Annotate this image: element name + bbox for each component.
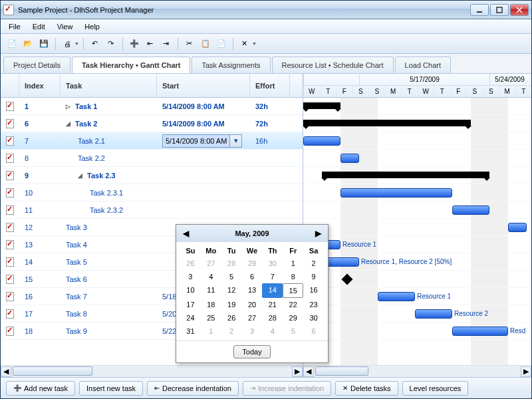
print-dropdown-icon[interactable]: ▼ bbox=[74, 41, 79, 46]
task-bar[interactable]: Resource 1 bbox=[378, 292, 415, 301]
cal-day[interactable]: 1 bbox=[201, 325, 221, 338]
task-row[interactable]: 8 Task 2.2 bbox=[1, 150, 303, 167]
print-icon[interactable]: 🖨 bbox=[60, 37, 74, 51]
gantt-scroll-thumb[interactable] bbox=[315, 366, 368, 376]
cal-day[interactable]: 31 bbox=[180, 325, 201, 338]
cal-day[interactable]: 18 bbox=[201, 298, 221, 311]
delete-icon[interactable]: ✕ bbox=[237, 37, 252, 51]
cal-day[interactable]: 28 bbox=[221, 257, 242, 270]
task-bar[interactable] bbox=[508, 223, 527, 232]
summary-bar[interactable] bbox=[303, 120, 471, 126]
add-new-task-button[interactable]: ➕Add new task bbox=[6, 381, 75, 396]
level-resources-button[interactable]: Level resources bbox=[402, 381, 469, 396]
task-bar[interactable] bbox=[340, 154, 359, 163]
cal-day[interactable]: 3 bbox=[180, 270, 201, 283]
cal-day[interactable]: 29 bbox=[242, 257, 263, 270]
new-icon[interactable]: 📄 bbox=[5, 37, 19, 51]
cal-day[interactable]: 28 bbox=[262, 311, 283, 325]
cal-day[interactable]: 27 bbox=[242, 311, 263, 325]
cal-day[interactable]: 11 bbox=[201, 283, 221, 298]
cal-day[interactable]: 15 bbox=[283, 283, 303, 298]
task-row[interactable]: 11 Task 2.3.2 bbox=[1, 201, 303, 219]
redo-icon[interactable]: ↷ bbox=[104, 37, 118, 51]
col-start[interactable]: Start bbox=[157, 74, 250, 97]
paste-icon[interactable]: 📄 bbox=[214, 37, 229, 51]
cal-day[interactable]: 5 bbox=[283, 325, 303, 338]
delete-tasks-button[interactable]: ✕Delete tasks bbox=[335, 381, 398, 396]
task-bar[interactable]: Resource 2 bbox=[415, 309, 452, 319]
add-task-icon[interactable]: ➕ bbox=[127, 37, 142, 51]
gantt-scroll-right-icon[interactable]: ▶ bbox=[521, 366, 531, 377]
task-row[interactable]: 9 ◢Task 2.3 bbox=[1, 167, 303, 184]
cal-day[interactable]: 4 bbox=[201, 270, 221, 283]
tab-resource-list[interactable]: Resource List • Schedule Chart bbox=[272, 57, 394, 73]
delete-dropdown-icon[interactable]: ▼ bbox=[252, 41, 257, 46]
cal-day[interactable]: 25 bbox=[201, 311, 221, 325]
cal-day[interactable]: 16 bbox=[303, 283, 324, 298]
cal-day[interactable]: 10 bbox=[180, 283, 201, 298]
col-task[interactable]: Task bbox=[61, 74, 157, 97]
cal-day[interactable]: 24 bbox=[180, 311, 201, 325]
cal-day[interactable]: 13 bbox=[242, 283, 263, 298]
cal-day[interactable]: 22 bbox=[283, 298, 303, 311]
col-index[interactable]: Index bbox=[19, 74, 61, 97]
scroll-left-icon[interactable]: ◀ bbox=[1, 366, 11, 377]
date-input[interactable]: 5/14/2009 8:00 AM▾ bbox=[162, 134, 242, 148]
cal-prev-icon[interactable]: ◀ bbox=[183, 229, 189, 238]
minimize-button[interactable] bbox=[470, 4, 489, 16]
cal-day[interactable]: 29 bbox=[283, 311, 303, 325]
cal-day[interactable]: 21 bbox=[262, 298, 283, 311]
cal-day[interactable]: 6 bbox=[303, 325, 324, 338]
cal-day[interactable]: 30 bbox=[262, 257, 283, 270]
cal-day[interactable]: 1 bbox=[283, 257, 303, 270]
cal-day[interactable]: 19 bbox=[221, 298, 242, 311]
task-row[interactable]: 6 ◢Task 2 5/14/2009 8:00 AM 72h bbox=[1, 115, 303, 132]
cal-day[interactable]: 2 bbox=[303, 257, 324, 270]
cal-day[interactable]: 3 bbox=[242, 325, 263, 338]
tab-load-chart[interactable]: Load Chart bbox=[395, 57, 451, 73]
maximize-button[interactable] bbox=[490, 4, 509, 16]
cal-day[interactable]: 5 bbox=[221, 270, 242, 283]
milestone-icon[interactable] bbox=[342, 274, 353, 285]
expander-icon[interactable]: ◢ bbox=[78, 172, 84, 179]
summary-bar[interactable] bbox=[303, 102, 340, 109]
close-button[interactable] bbox=[510, 4, 529, 16]
cut-icon[interactable]: ✂ bbox=[182, 37, 197, 51]
cal-day[interactable]: 14 bbox=[262, 283, 283, 298]
cal-next-icon[interactable]: ▶ bbox=[315, 229, 321, 238]
menu-view[interactable]: View bbox=[52, 21, 78, 32]
task-bar[interactable] bbox=[452, 205, 489, 215]
task-bar[interactable] bbox=[303, 136, 340, 146]
date-dropdown-icon[interactable]: ▾ bbox=[229, 135, 241, 147]
expander-icon[interactable]: ▷ bbox=[66, 103, 72, 110]
gantt-hscroll[interactable]: ◀ ▶ bbox=[303, 365, 531, 377]
col-effort[interactable]: Effort bbox=[250, 74, 290, 97]
cal-day[interactable]: 12 bbox=[221, 283, 242, 298]
task-row[interactable]: 7 Task 2.1 5/14/2009 8:00 AM▾ 16h bbox=[1, 132, 303, 150]
tab-project-details[interactable]: Project Details bbox=[3, 57, 70, 73]
task-bar[interactable] bbox=[340, 188, 452, 198]
task-bar[interactable]: Resd bbox=[452, 327, 508, 336]
grid-hscroll[interactable]: ◀ ▶ bbox=[1, 365, 303, 377]
cal-day[interactable]: 2 bbox=[221, 325, 242, 338]
increase-indent-button[interactable]: ⇥Increase indentation bbox=[243, 381, 331, 396]
cal-today-button[interactable]: Today bbox=[233, 345, 270, 358]
scroll-right-icon[interactable]: ▶ bbox=[292, 366, 303, 377]
menu-edit[interactable]: Edit bbox=[27, 21, 51, 32]
menu-file[interactable]: File bbox=[3, 21, 26, 32]
gantt-body[interactable]: Resource 1Resource 1, Resource 2 [50%]Re… bbox=[303, 98, 531, 365]
task-row[interactable]: 1 ▷Task 1 5/14/2009 8:00 AM 32h bbox=[1, 98, 303, 115]
menu-help[interactable]: Help bbox=[79, 21, 105, 32]
insert-new-task-button[interactable]: Insert new task bbox=[79, 381, 143, 396]
cal-day[interactable]: 26 bbox=[180, 257, 201, 270]
undo-icon[interactable]: ↶ bbox=[88, 37, 102, 51]
expander-icon[interactable]: ◢ bbox=[66, 120, 72, 127]
cal-day[interactable]: 30 bbox=[303, 311, 324, 325]
outdent-icon[interactable]: ⇤ bbox=[143, 37, 158, 51]
cal-day[interactable]: 8 bbox=[283, 270, 303, 283]
cal-day[interactable]: 26 bbox=[221, 311, 242, 325]
cal-day[interactable]: 23 bbox=[303, 298, 324, 311]
indent-icon[interactable]: ⇥ bbox=[159, 37, 174, 51]
tab-task-hierarchy[interactable]: Task Hierarchy • Gantt Chart bbox=[72, 57, 191, 73]
tab-task-assignments[interactable]: Task Assignments bbox=[192, 57, 270, 73]
